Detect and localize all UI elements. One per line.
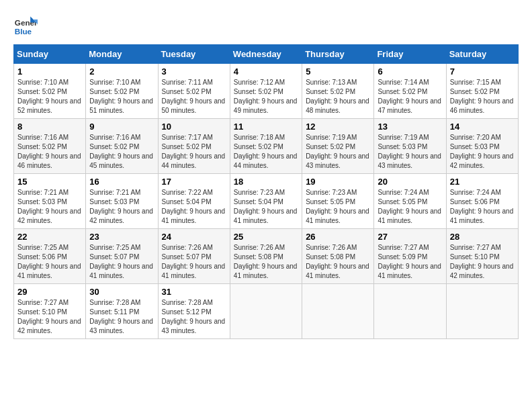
day-info: Sunrise: 7:28 AM Sunset: 5:12 PM Dayligh… <box>162 298 226 336</box>
day-info: Sunrise: 7:26 AM Sunset: 5:08 PM Dayligh… <box>306 243 370 281</box>
day-info: Sunrise: 7:15 AM Sunset: 5:02 PM Dayligh… <box>450 78 515 116</box>
day-number: 5 <box>306 66 370 77</box>
day-info: Sunrise: 7:14 AM Sunset: 5:02 PM Dayligh… <box>378 78 442 116</box>
logo: General Blue <box>13 13 38 38</box>
day-cell: 22 Sunrise: 7:25 AM Sunset: 5:06 PM Dayl… <box>14 229 86 284</box>
logo-icon: General Blue <box>13 13 38 38</box>
day-info: Sunrise: 7:27 AM Sunset: 5:10 PM Dayligh… <box>17 298 82 336</box>
day-cell: 12 Sunrise: 7:19 AM Sunset: 5:02 PM Dayl… <box>302 119 374 174</box>
calendar-table: SundayMondayTuesdayWednesdayThursdayFrid… <box>13 44 519 339</box>
header-cell-tuesday: Tuesday <box>158 45 230 64</box>
day-cell: 28 Sunrise: 7:27 AM Sunset: 5:10 PM Dayl… <box>446 229 518 284</box>
day-number: 7 <box>450 66 515 77</box>
day-cell: 30 Sunrise: 7:28 AM Sunset: 5:11 PM Dayl… <box>86 284 158 339</box>
header-row: SundayMondayTuesdayWednesdayThursdayFrid… <box>14 45 519 64</box>
day-cell: 1 Sunrise: 7:10 AM Sunset: 5:02 PM Dayli… <box>14 64 86 119</box>
week-row-4: 22 Sunrise: 7:25 AM Sunset: 5:06 PM Dayl… <box>14 229 519 284</box>
day-cell: 27 Sunrise: 7:27 AM Sunset: 5:09 PM Dayl… <box>374 229 446 284</box>
day-cell: 11 Sunrise: 7:18 AM Sunset: 5:02 PM Dayl… <box>230 119 302 174</box>
day-number: 24 <box>162 232 226 242</box>
week-row-2: 8 Sunrise: 7:16 AM Sunset: 5:02 PM Dayli… <box>14 119 519 174</box>
day-cell <box>230 284 302 339</box>
day-cell: 15 Sunrise: 7:21 AM Sunset: 5:03 PM Dayl… <box>14 174 86 229</box>
day-number: 2 <box>89 66 154 77</box>
day-cell: 10 Sunrise: 7:17 AM Sunset: 5:02 PM Dayl… <box>158 119 230 174</box>
day-cell: 6 Sunrise: 7:14 AM Sunset: 5:02 PM Dayli… <box>374 64 446 119</box>
day-number: 23 <box>89 232 154 242</box>
day-number: 21 <box>450 177 515 187</box>
calendar-body: 1 Sunrise: 7:10 AM Sunset: 5:02 PM Dayli… <box>14 64 519 339</box>
day-cell <box>374 284 446 339</box>
day-cell: 17 Sunrise: 7:22 AM Sunset: 5:04 PM Dayl… <box>158 174 230 229</box>
day-info: Sunrise: 7:23 AM Sunset: 5:04 PM Dayligh… <box>234 188 298 226</box>
day-number: 8 <box>17 122 82 132</box>
header-cell-sunday: Sunday <box>14 45 86 64</box>
day-number: 31 <box>162 287 226 297</box>
day-info: Sunrise: 7:24 AM Sunset: 5:06 PM Dayligh… <box>450 188 515 226</box>
day-info: Sunrise: 7:10 AM Sunset: 5:02 PM Dayligh… <box>17 78 82 116</box>
day-cell: 14 Sunrise: 7:20 AM Sunset: 5:03 PM Dayl… <box>446 119 518 174</box>
day-cell: 3 Sunrise: 7:11 AM Sunset: 5:02 PM Dayli… <box>158 64 230 119</box>
day-info: Sunrise: 7:10 AM Sunset: 5:02 PM Dayligh… <box>89 78 154 116</box>
day-cell: 31 Sunrise: 7:28 AM Sunset: 5:12 PM Dayl… <box>158 284 230 339</box>
day-number: 17 <box>162 177 226 187</box>
header-cell-thursday: Thursday <box>302 45 374 64</box>
day-info: Sunrise: 7:22 AM Sunset: 5:04 PM Dayligh… <box>162 188 226 226</box>
day-number: 29 <box>17 287 82 297</box>
day-cell: 21 Sunrise: 7:24 AM Sunset: 5:06 PM Dayl… <box>446 174 518 229</box>
day-number: 3 <box>162 66 226 77</box>
day-info: Sunrise: 7:18 AM Sunset: 5:02 PM Dayligh… <box>234 133 298 171</box>
day-info: Sunrise: 7:11 AM Sunset: 5:02 PM Dayligh… <box>162 78 226 116</box>
day-number: 28 <box>450 232 515 242</box>
day-number: 13 <box>378 122 442 132</box>
day-number: 16 <box>89 177 154 187</box>
day-number: 6 <box>378 66 442 77</box>
day-number: 10 <box>162 122 226 132</box>
day-info: Sunrise: 7:26 AM Sunset: 5:08 PM Dayligh… <box>234 243 298 281</box>
day-cell: 8 Sunrise: 7:16 AM Sunset: 5:02 PM Dayli… <box>14 119 86 174</box>
day-info: Sunrise: 7:12 AM Sunset: 5:02 PM Dayligh… <box>234 78 298 116</box>
day-info: Sunrise: 7:25 AM Sunset: 5:07 PM Dayligh… <box>89 243 154 281</box>
day-cell <box>302 284 374 339</box>
day-info: Sunrise: 7:26 AM Sunset: 5:07 PM Dayligh… <box>162 243 226 281</box>
day-cell: 18 Sunrise: 7:23 AM Sunset: 5:04 PM Dayl… <box>230 174 302 229</box>
day-cell: 25 Sunrise: 7:26 AM Sunset: 5:08 PM Dayl… <box>230 229 302 284</box>
header-cell-saturday: Saturday <box>446 45 518 64</box>
day-number: 15 <box>17 177 82 187</box>
day-number: 27 <box>378 232 442 242</box>
day-info: Sunrise: 7:20 AM Sunset: 5:03 PM Dayligh… <box>450 133 515 171</box>
day-number: 19 <box>306 177 370 187</box>
day-cell: 20 Sunrise: 7:24 AM Sunset: 5:05 PM Dayl… <box>374 174 446 229</box>
day-cell: 29 Sunrise: 7:27 AM Sunset: 5:10 PM Dayl… <box>14 284 86 339</box>
day-cell: 24 Sunrise: 7:26 AM Sunset: 5:07 PM Dayl… <box>158 229 230 284</box>
day-cell: 7 Sunrise: 7:15 AM Sunset: 5:02 PM Dayli… <box>446 64 518 119</box>
svg-text:Blue: Blue <box>15 27 32 36</box>
day-number: 4 <box>234 66 298 77</box>
day-number: 26 <box>306 232 370 242</box>
day-number: 20 <box>378 177 442 187</box>
day-number: 18 <box>234 177 298 187</box>
week-row-1: 1 Sunrise: 7:10 AM Sunset: 5:02 PM Dayli… <box>14 64 519 119</box>
day-cell <box>446 284 518 339</box>
day-number: 9 <box>89 122 154 132</box>
day-number: 22 <box>17 232 82 242</box>
day-number: 11 <box>234 122 298 132</box>
day-info: Sunrise: 7:21 AM Sunset: 5:03 PM Dayligh… <box>89 188 154 226</box>
day-cell: 2 Sunrise: 7:10 AM Sunset: 5:02 PM Dayli… <box>86 64 158 119</box>
day-cell: 26 Sunrise: 7:26 AM Sunset: 5:08 PM Dayl… <box>302 229 374 284</box>
day-info: Sunrise: 7:16 AM Sunset: 5:02 PM Dayligh… <box>89 133 154 171</box>
header-cell-monday: Monday <box>86 45 158 64</box>
day-info: Sunrise: 7:19 AM Sunset: 5:02 PM Dayligh… <box>306 133 370 171</box>
day-cell: 13 Sunrise: 7:19 AM Sunset: 5:03 PM Dayl… <box>374 119 446 174</box>
day-cell: 5 Sunrise: 7:13 AM Sunset: 5:02 PM Dayli… <box>302 64 374 119</box>
calendar-header: SundayMondayTuesdayWednesdayThursdayFrid… <box>14 45 519 64</box>
day-info: Sunrise: 7:13 AM Sunset: 5:02 PM Dayligh… <box>306 78 370 116</box>
day-info: Sunrise: 7:21 AM Sunset: 5:03 PM Dayligh… <box>17 188 82 226</box>
day-info: Sunrise: 7:25 AM Sunset: 5:06 PM Dayligh… <box>17 243 82 281</box>
day-number: 1 <box>17 66 82 77</box>
day-number: 25 <box>234 232 298 242</box>
day-info: Sunrise: 7:19 AM Sunset: 5:03 PM Dayligh… <box>378 133 442 171</box>
day-cell: 9 Sunrise: 7:16 AM Sunset: 5:02 PM Dayli… <box>86 119 158 174</box>
day-number: 30 <box>89 287 154 297</box>
day-info: Sunrise: 7:24 AM Sunset: 5:05 PM Dayligh… <box>378 188 442 226</box>
